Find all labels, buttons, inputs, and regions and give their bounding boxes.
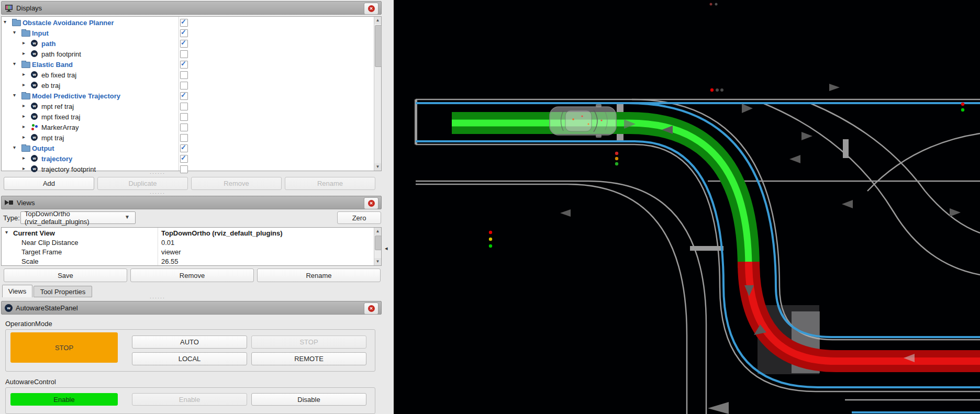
property-value[interactable]: 26.55: [161, 258, 179, 265]
expander-down-icon[interactable]: ▾: [5, 229, 8, 235]
tree-item-label[interactable]: path footprint: [41, 50, 81, 58]
remote-button[interactable]: REMOTE: [251, 352, 366, 365]
tab-views[interactable]: Views: [2, 285, 32, 297]
tree-item-label[interactable]: mpt ref traj: [41, 103, 74, 110]
tree-row[interactable]: ▸mpt traj: [2, 133, 373, 143]
tree-row[interactable]: ▸MarkerArray: [2, 122, 373, 132]
tree-row[interactable]: ▸mpt ref traj: [2, 102, 373, 111]
checkbox[interactable]: [180, 61, 188, 69]
expander-down-icon[interactable]: ▾: [13, 29, 16, 35]
grid-row[interactable]: Near Clip Distance 0.01: [2, 238, 381, 248]
tree-row[interactable]: ▸trajectory: [2, 154, 373, 164]
tree-item-label[interactable]: mpt traj: [41, 134, 64, 142]
tree-row[interactable]: ▸eb traj: [2, 81, 373, 91]
displays-panel-header[interactable]: Displays ✕: [1, 1, 382, 15]
duplicate-button[interactable]: Duplicate: [97, 177, 188, 190]
add-button[interactable]: Add: [4, 177, 94, 190]
remove-button[interactable]: Remove: [191, 177, 282, 190]
checkbox[interactable]: [180, 40, 188, 48]
zero-button[interactable]: Zero: [337, 211, 381, 224]
rename-view-button[interactable]: Rename: [257, 268, 381, 282]
views-panel-header[interactable]: Views ✕: [1, 196, 382, 209]
tree-row[interactable]: ▾Elastic Band: [2, 60, 373, 70]
enable-button[interactable]: Enable: [132, 393, 247, 406]
expander-right-icon[interactable]: ▸: [23, 103, 25, 108]
expander-down-icon[interactable]: ▾: [13, 144, 16, 150]
view-type-dropdown[interactable]: TopDownOrtho (rviz_default_plugins) ▼: [20, 211, 136, 224]
expander-right-icon[interactable]: ▸: [23, 124, 25, 129]
save-view-button[interactable]: Save: [4, 268, 127, 282]
expander-right-icon[interactable]: ▸: [23, 40, 25, 46]
property-value[interactable]: viewer: [161, 248, 181, 256]
remove-view-button[interactable]: Remove: [130, 268, 254, 282]
tree-item-label[interactable]: eb traj: [41, 82, 60, 89]
tree-item-label[interactable]: Model Predictive Trajectory: [32, 92, 120, 100]
tree-row[interactable]: ▸trajectory footprint: [2, 164, 373, 174]
expander-down-icon[interactable]: ▾: [13, 61, 16, 66]
rviz-3d-viewport[interactable]: [394, 0, 980, 414]
checkbox[interactable]: [180, 19, 188, 27]
auto-button[interactable]: AUTO: [132, 335, 247, 349]
operation-mode-stop-indicator[interactable]: STOP: [10, 332, 118, 363]
checkbox[interactable]: [180, 50, 188, 58]
tree-row[interactable]: ▸mpt fixed traj: [2, 112, 373, 122]
tree-item-label[interactable]: Elastic Band: [32, 61, 73, 69]
autoware-control-enable-indicator[interactable]: Enable: [10, 393, 118, 406]
checkbox[interactable]: [180, 92, 188, 100]
expander-right-icon[interactable]: ▸: [23, 165, 25, 171]
stop-button[interactable]: STOP: [251, 335, 366, 349]
tree-row[interactable]: ▸eb fixed traj: [2, 70, 373, 80]
tree-row[interactable]: ▾Input: [2, 28, 373, 38]
grid-row[interactable]: Scale 26.55: [2, 257, 381, 266]
checkbox[interactable]: [180, 82, 188, 89]
panel-collapse-handle[interactable]: ◂: [385, 245, 388, 252]
displays-tree[interactable]: ▾Obstacle Avoidance Planner ▾Input ▸path…: [1, 16, 382, 171]
scroll-up-icon[interactable]: ▲: [374, 228, 381, 235]
expander-right-icon[interactable]: ▸: [23, 50, 25, 56]
tree-item-label[interactable]: trajectory footprint: [41, 165, 96, 173]
tree-row[interactable]: ▾Output: [2, 143, 373, 153]
tree-row[interactable]: ▸path: [2, 39, 373, 49]
checkbox[interactable]: [180, 124, 188, 131]
tree-row[interactable]: ▸path footprint: [2, 49, 373, 59]
rename-button[interactable]: Rename: [285, 177, 375, 190]
grid-row[interactable]: Target Frame viewer: [2, 248, 381, 257]
checkbox[interactable]: [180, 155, 188, 163]
property-value[interactable]: 0.01: [161, 239, 174, 247]
grid-scrollbar[interactable]: ▲ ▼: [374, 228, 381, 265]
autoware-panel-header[interactable]: AutowareStatePanel ✕: [1, 301, 382, 315]
checkbox[interactable]: [180, 144, 188, 152]
tree-scrollbar[interactable]: ▲ ▼: [374, 17, 381, 171]
tree-row[interactable]: ▾Obstacle Avoidance Planner: [2, 18, 373, 28]
scroll-down-icon[interactable]: ▼: [374, 258, 381, 265]
tree-item-label[interactable]: mpt fixed traj: [41, 113, 80, 121]
tree-item-label[interactable]: trajectory: [41, 155, 72, 163]
tree-item-label[interactable]: Output: [32, 144, 54, 152]
scrollbar-thumb[interactable]: [375, 25, 382, 67]
grid-header-row[interactable]: ▾ Current View TopDownOrtho (rviz_defaul…: [2, 229, 381, 238]
checkbox[interactable]: [180, 103, 188, 110]
expander-right-icon[interactable]: ▸: [23, 71, 25, 77]
splitter-dots[interactable]: ······: [150, 295, 165, 300]
views-close-button[interactable]: ✕: [364, 197, 378, 209]
autoware-close-button[interactable]: ✕: [364, 303, 378, 315]
scroll-down-icon[interactable]: ▼: [374, 163, 381, 171]
checkbox[interactable]: [180, 165, 188, 173]
current-view-grid[interactable]: ▾ Current View TopDownOrtho (rviz_defaul…: [1, 227, 382, 266]
disable-button[interactable]: Disable: [251, 393, 366, 406]
tree-row[interactable]: ▾Model Predictive Trajectory: [2, 91, 373, 101]
checkbox[interactable]: [180, 113, 188, 121]
expander-down-icon[interactable]: ▾: [13, 92, 16, 98]
splitter-dots[interactable]: ······: [150, 171, 165, 176]
expander-right-icon[interactable]: ▸: [23, 155, 25, 161]
expander-right-icon[interactable]: ▸: [23, 82, 25, 87]
tree-item-label[interactable]: path: [41, 40, 55, 48]
scrollbar-thumb[interactable]: [375, 236, 382, 250]
expander-down-icon[interactable]: ▾: [4, 19, 6, 25]
tree-item-label[interactable]: Obstacle Avoidance Planner: [23, 19, 114, 27]
tree-item-label[interactable]: eb fixed traj: [41, 71, 76, 79]
tree-item-label[interactable]: Input: [32, 29, 49, 37]
tab-tool-properties[interactable]: Tool Properties: [34, 286, 92, 297]
splitter-dots[interactable]: ······: [150, 191, 165, 196]
checkbox[interactable]: [180, 71, 188, 79]
